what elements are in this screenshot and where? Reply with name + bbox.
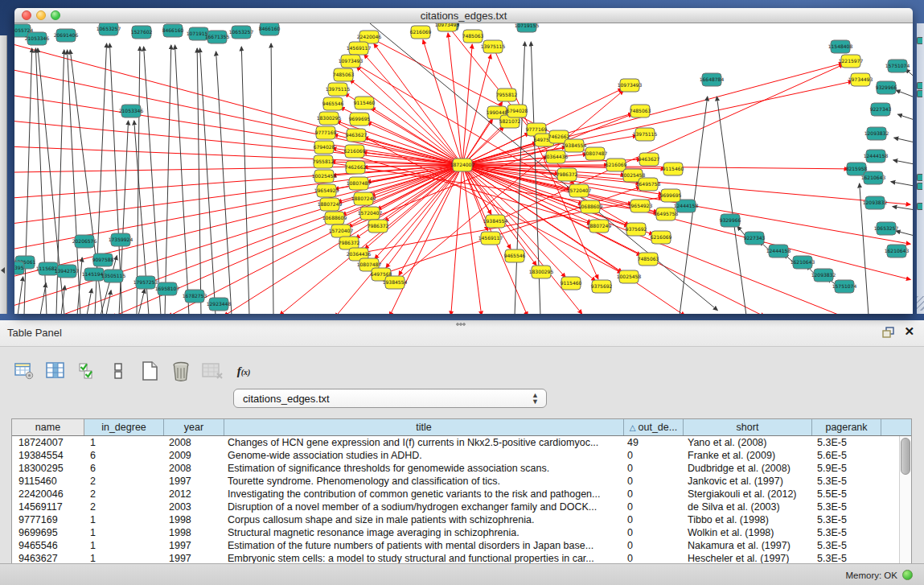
graph-node-yellow[interactable]: 20364436	[544, 150, 569, 163]
table-row[interactable]: 977716911998Corpus callosum shape and si…	[12, 513, 911, 526]
graph-node-yellow[interactable]: 7955812	[313, 155, 335, 168]
close-window-icon[interactable]	[22, 10, 31, 20]
citation-edge-black[interactable]	[717, 97, 746, 314]
table-cell[interactable]: Disruption of a novel member of a sodium…	[224, 501, 624, 513]
citation-edge-black[interactable]	[891, 182, 913, 187]
graph-node-teal[interactable]: 10653257	[97, 23, 121, 35]
citation-edge-black[interactable]	[897, 114, 913, 121]
graph-node-yellow[interactable]: 7485063	[630, 105, 651, 117]
graph-node-yellow[interactable]: 6216069	[651, 231, 672, 244]
table-cell[interactable]: 6	[84, 462, 164, 475]
table-cell[interactable]: 0	[624, 462, 684, 475]
citation-edge-red[interactable]	[371, 107, 462, 165]
graph-node-yellow[interactable]: 6794028	[507, 105, 528, 117]
table-cell[interactable]: 1997	[164, 539, 224, 552]
graph-node-yellow[interactable]: 7485063	[333, 68, 355, 81]
row-height-icon[interactable]	[107, 360, 129, 382]
citation-edge-red[interactable]	[493, 47, 598, 279]
citation-edge-black[interactable]	[896, 90, 913, 98]
column-header-title[interactable]: title	[224, 419, 624, 435]
graph-node-yellow[interactable]: 10025458	[617, 270, 642, 283]
graph-node-yellow[interactable]: 9463627	[346, 129, 368, 142]
table-cell[interactable]: Stergiakouli et al. (2012)	[684, 488, 812, 501]
graph-node-yellow[interactable]: 10688609	[322, 212, 347, 225]
graph-node-yellow[interactable]: 9777169	[315, 126, 337, 139]
table-cell[interactable]: 0	[624, 475, 684, 488]
table-cell[interactable]: 0	[624, 539, 684, 552]
citation-edge-black[interactable]	[106, 290, 111, 314]
graph-node-yellow[interactable]: 10688609	[578, 200, 603, 213]
graph-node-yellow[interactable]: 6794028	[314, 141, 335, 154]
graph-node-teal[interactable]: 1527602	[131, 26, 153, 39]
graph-node-yellow[interactable]: 10973493	[339, 55, 363, 68]
graph-node-yellow[interactable]: 12215977	[839, 55, 864, 68]
table-cell[interactable]: 2	[84, 488, 164, 501]
table-row[interactable]: 1938455462009Genome-wide association stu…	[12, 449, 911, 462]
minimize-window-icon[interactable]	[36, 10, 46, 20]
citation-edge-black[interactable]	[175, 45, 189, 314]
table-cell[interactable]: 2008	[164, 462, 224, 475]
table-cell[interactable]: Wolkin et al. (1998)	[684, 526, 812, 539]
graph-node-yellow[interactable]: 7986372	[368, 220, 389, 233]
graph-node-yellow[interactable]: 19654923	[628, 200, 653, 212]
graph-node-yellow[interactable]: 9463627	[639, 153, 660, 166]
graph-node-yellow[interactable]: 14569117	[347, 42, 372, 55]
citation-edge-red[interactable]	[14, 145, 462, 165]
citation-edge-black[interactable]	[893, 207, 913, 211]
graph-node-teal[interactable]: 21053346	[119, 105, 144, 117]
table-cell[interactable]: 0	[624, 501, 684, 513]
graph-node-yellow[interactable]: 7462662	[345, 161, 367, 174]
float-panel-icon[interactable]	[882, 327, 895, 339]
table-cell[interactable]: 1	[84, 526, 164, 539]
graph-node-yellow[interactable]: 10973493	[618, 79, 643, 92]
table-cell[interactable]: 18724007	[12, 436, 84, 449]
table-cell[interactable]: Estimation of the future numbers of pati…	[224, 539, 624, 552]
graph-node-yellow[interactable]: 9465546	[504, 249, 526, 262]
table-cell[interactable]: 5.5E-5	[812, 488, 881, 501]
citation-edge-black[interactable]	[197, 48, 201, 314]
table-cell[interactable]: 6	[84, 449, 164, 462]
graph-node-yellow[interactable]: 15720407	[567, 184, 592, 197]
graph-node-teal[interactable]: 20206576	[72, 235, 97, 248]
graph-node-teal[interactable]: 10719155	[515, 23, 540, 32]
table-cell[interactable]: 5.3E-5	[812, 539, 881, 552]
citation-edge-black[interactable]	[893, 160, 913, 165]
table-cell[interactable]: 2003	[164, 501, 224, 513]
table-cell[interactable]: 5.3E-5	[812, 526, 881, 539]
graph-node-yellow[interactable]: 9115460	[561, 277, 582, 290]
graph-node-yellow[interactable]: 19384554	[483, 215, 508, 228]
table-options-icon[interactable]	[13, 360, 35, 382]
table-cell[interactable]: 2012	[164, 488, 224, 501]
table-cell[interactable]: 9777169	[12, 513, 84, 526]
table-cell[interactable]: 2008	[164, 436, 224, 449]
graph-node-yellow[interactable]: 9375692	[591, 280, 613, 293]
table-cell[interactable]: Jankovic et al. (1997)	[684, 475, 812, 488]
citation-edge-black[interactable]	[894, 138, 913, 143]
citation-edge-black[interactable]	[119, 121, 129, 314]
graph-node-yellow[interactable]: 7955812	[496, 89, 518, 101]
table-cell[interactable]: Changes of HCN gene expression and I(f) …	[224, 436, 624, 449]
show-hide-columns-icon[interactable]	[44, 360, 67, 382]
window-titlebar[interactable]: citations_edges.txt	[14, 8, 913, 23]
graph-node-teal[interactable]: 16210643	[885, 245, 910, 257]
graph-node-yellow[interactable]: 13975115	[481, 40, 506, 53]
table-cell[interactable]: Tourette syndrome. Phenomenology and cla…	[224, 475, 624, 488]
table-cell[interactable]: Estimation of significance thresholds fo…	[224, 462, 624, 475]
graph-node-teal[interactable]: 8466160	[259, 23, 281, 35]
graph-node-teal[interactable]: 11548408	[828, 40, 853, 53]
graph-node-yellow[interactable]: 13975115	[326, 83, 351, 96]
selection-checkboxes-icon[interactable]	[76, 360, 98, 382]
graph-node-yellow[interactable]: 13975115	[633, 128, 658, 141]
graph-node-teal[interactable]: 16782753	[183, 290, 207, 303]
table-cell[interactable]: 18300295	[12, 462, 84, 475]
graph-node-yellow[interactable]: 6216069	[606, 159, 627, 171]
table-cell[interactable]: 9465546	[12, 539, 84, 552]
column-header-in_degree[interactable]: in_degree	[84, 419, 164, 435]
column-header-name[interactable]: name	[12, 419, 84, 435]
graph-node-teal[interactable]: 16648784	[700, 73, 725, 86]
graph-node-teal[interactable]: 12444158	[766, 245, 791, 257]
graph-node-yellow[interactable]: 9375692	[626, 223, 647, 236]
table-cell[interactable]: 9699695	[12, 526, 84, 539]
table-row[interactable]: 2242004622012Investigating the contribut…	[12, 488, 911, 501]
graph-node-teal[interactable]: 9097588	[92, 253, 114, 266]
